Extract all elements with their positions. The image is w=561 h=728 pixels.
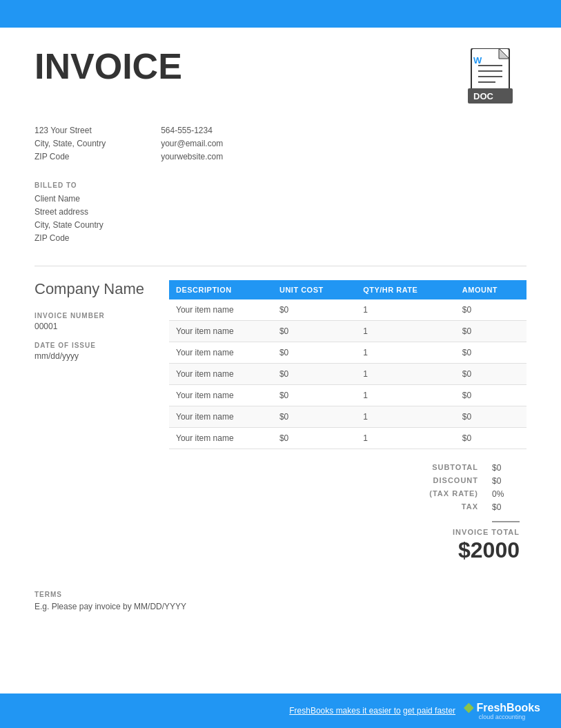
tax-label: TAX bbox=[368, 502, 478, 512]
invoice-number-block: INVOICE NUMBER 00001 bbox=[35, 312, 155, 331]
website: yourwebsite.com bbox=[161, 150, 223, 164]
invoice-number-value: 00001 bbox=[35, 322, 155, 331]
tax-rate-value: 0% bbox=[492, 489, 520, 499]
row-description: Your item name bbox=[169, 364, 273, 385]
client-city-state: City, State Country bbox=[35, 219, 526, 232]
table-row: Your item name $0 1 $0 bbox=[169, 406, 526, 428]
col-amount: AMOUNT bbox=[455, 280, 526, 299]
footer-promo: FreshBooks makes it easier to get paid f… bbox=[289, 706, 455, 716]
row-qty: 1 bbox=[356, 299, 455, 321]
subtotal-label: SUBTOTAL bbox=[368, 463, 478, 473]
table-row: Your item name $0 1 $0 bbox=[169, 385, 526, 406]
discount-row: DISCOUNT $0 bbox=[368, 476, 520, 486]
row-description: Your item name bbox=[169, 385, 273, 406]
row-amount: $0 bbox=[455, 299, 526, 321]
tax-value: $0 bbox=[492, 502, 520, 512]
right-panel: DESCRIPTION UNIT COST QTY/HR RATE AMOUNT… bbox=[169, 280, 526, 449]
contact-block: 564-555-1234 your@email.com yourwebsite.… bbox=[161, 124, 223, 164]
address-block: 123 Your Street City, State, Country ZIP… bbox=[35, 124, 106, 164]
bottom-bar: FreshBooks makes it easier to get paid f… bbox=[0, 693, 561, 728]
table-row: Your item name $0 1 $0 bbox=[169, 364, 526, 385]
terms-section: TERMS E.g. Please pay invoice by MM/DD/Y… bbox=[35, 591, 526, 611]
company-name: Company Name bbox=[35, 280, 155, 298]
date-of-issue-label: DATE OF ISSUE bbox=[35, 342, 155, 349]
svg-text:DOC: DOC bbox=[473, 91, 494, 101]
discount-label: DISCOUNT bbox=[368, 476, 478, 486]
footer-promo-link[interactable]: get paid faster bbox=[403, 706, 455, 716]
doc-icon: W DOC bbox=[464, 48, 526, 110]
client-street: Street address bbox=[35, 206, 526, 219]
subtotal-row: SUBTOTAL $0 bbox=[368, 463, 520, 473]
top-bar bbox=[0, 0, 561, 28]
row-amount: $0 bbox=[455, 428, 526, 449]
row-qty: 1 bbox=[356, 385, 455, 406]
date-of-issue-block: DATE OF ISSUE mm/dd/yyyy bbox=[35, 342, 155, 361]
table-row: Your item name $0 1 $0 bbox=[169, 299, 526, 321]
row-unit-cost: $0 bbox=[273, 321, 356, 342]
row-description: Your item name bbox=[169, 428, 273, 449]
row-unit-cost: $0 bbox=[273, 342, 356, 364]
row-amount: $0 bbox=[455, 385, 526, 406]
row-description: Your item name bbox=[169, 406, 273, 428]
header-section: INVOICE W DOC bbox=[35, 48, 526, 110]
street-address: 123 Your Street bbox=[35, 124, 106, 137]
terms-text: E.g. Please pay invoice by MM/DD/YYYY bbox=[35, 602, 526, 611]
invoice-title: INVOICE bbox=[35, 48, 182, 84]
discount-value: $0 bbox=[492, 476, 520, 486]
totals-divider bbox=[492, 521, 520, 522]
totals-section: SUBTOTAL $0 DISCOUNT $0 (TAX RATE) 0% TA… bbox=[35, 463, 526, 563]
city-state-country: City, State, Country bbox=[35, 137, 106, 150]
row-qty: 1 bbox=[356, 406, 455, 428]
lower-section: Company Name INVOICE NUMBER 00001 DATE O… bbox=[35, 280, 526, 449]
row-description: Your item name bbox=[169, 299, 273, 321]
table-header-row: DESCRIPTION UNIT COST QTY/HR RATE AMOUNT bbox=[169, 280, 526, 299]
subtotal-value: $0 bbox=[492, 463, 520, 473]
invoice-number-label: INVOICE NUMBER bbox=[35, 312, 155, 319]
email: your@email.com bbox=[161, 137, 223, 150]
table-row: Your item name $0 1 $0 bbox=[169, 428, 526, 449]
terms-label: TERMS bbox=[35, 591, 526, 598]
row-qty: 1 bbox=[356, 364, 455, 385]
freshbooks-brand-name: ◆ FreshBooks bbox=[464, 701, 540, 714]
client-name: Client Name bbox=[35, 193, 526, 206]
col-description: DESCRIPTION bbox=[169, 280, 273, 299]
divider bbox=[35, 266, 526, 266]
billed-to-label: BILLED TO bbox=[35, 181, 526, 189]
phone: 564-555-1234 bbox=[161, 124, 223, 137]
client-zip: ZIP Code bbox=[35, 232, 526, 245]
row-amount: $0 bbox=[455, 321, 526, 342]
row-unit-cost: $0 bbox=[273, 385, 356, 406]
invoice-total-label: INVOICE TOTAL bbox=[453, 528, 520, 536]
row-unit-cost: $0 bbox=[273, 299, 356, 321]
row-unit-cost: $0 bbox=[273, 364, 356, 385]
tax-rate-label: (TAX RATE) bbox=[368, 489, 478, 499]
address-section: 123 Your Street City, State, Country ZIP… bbox=[35, 124, 526, 164]
main-content: INVOICE W DOC 123 Your Street City, Stat… bbox=[0, 28, 561, 673]
tax-rate-row: (TAX RATE) 0% bbox=[368, 489, 520, 499]
row-unit-cost: $0 bbox=[273, 406, 356, 428]
col-unit-cost: UNIT COST bbox=[273, 280, 356, 299]
row-amount: $0 bbox=[455, 342, 526, 364]
table-row: Your item name $0 1 $0 bbox=[169, 342, 526, 364]
left-panel: Company Name INVOICE NUMBER 00001 DATE O… bbox=[35, 280, 155, 449]
svg-text:W: W bbox=[473, 55, 482, 66]
invoice-total-amount: $2000 bbox=[458, 538, 520, 563]
row-qty: 1 bbox=[356, 321, 455, 342]
row-unit-cost: $0 bbox=[273, 428, 356, 449]
billed-info: Client Name Street address City, State C… bbox=[35, 193, 526, 246]
row-description: Your item name bbox=[169, 321, 273, 342]
billed-section: BILLED TO Client Name Street address Cit… bbox=[35, 181, 526, 246]
tax-row: TAX $0 bbox=[368, 502, 520, 512]
row-amount: $0 bbox=[455, 364, 526, 385]
freshbooks-brand-sub: cloud accounting bbox=[479, 714, 526, 720]
table-row: Your item name $0 1 $0 bbox=[169, 321, 526, 342]
row-qty: 1 bbox=[356, 342, 455, 364]
col-qty: QTY/HR RATE bbox=[356, 280, 455, 299]
row-amount: $0 bbox=[455, 406, 526, 428]
date-of-issue-value: mm/dd/yyyy bbox=[35, 351, 155, 361]
invoice-table: DESCRIPTION UNIT COST QTY/HR RATE AMOUNT… bbox=[169, 280, 526, 449]
freshbooks-logo: ◆ FreshBooks cloud accounting bbox=[464, 701, 540, 720]
row-qty: 1 bbox=[356, 428, 455, 449]
zip-code: ZIP Code bbox=[35, 150, 106, 164]
row-description: Your item name bbox=[169, 342, 273, 364]
